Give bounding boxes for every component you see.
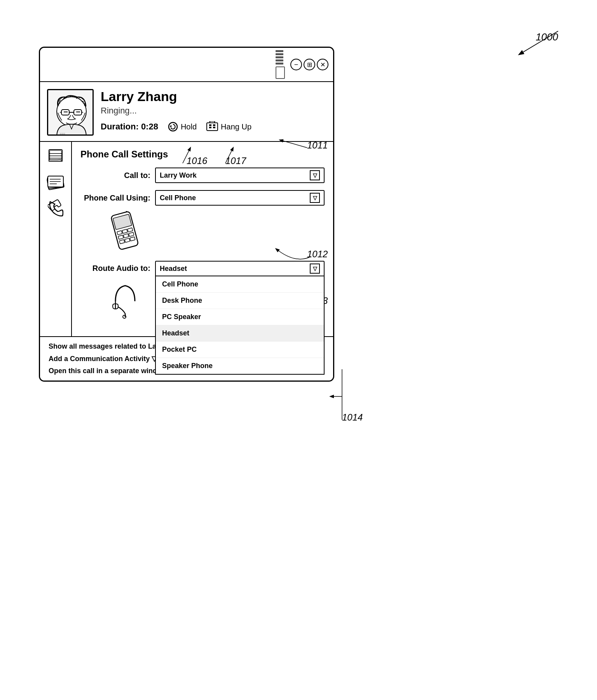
svg-line-0 bbox=[519, 31, 558, 54]
left-icon-bar bbox=[40, 142, 72, 336]
svg-marker-11 bbox=[170, 125, 171, 128]
svg-rect-16 bbox=[209, 124, 211, 126]
header-section: ≡≡≡ Larry Zhang Ringing... Duration: 0:2… bbox=[40, 82, 333, 142]
route-audio-container: Headset ▽ Cell Phone Desk Phone PC Speak… bbox=[155, 261, 325, 276]
svg-rect-12 bbox=[207, 123, 218, 131]
main-window: − ⊞ ✕ bbox=[39, 47, 334, 382]
svg-text:≡≡≡: ≡≡≡ bbox=[60, 132, 65, 136]
phone-using-row: Phone Call Using: Cell Phone ▽ bbox=[80, 190, 325, 206]
svg-point-10 bbox=[169, 122, 177, 131]
dropdown-option-headset[interactable]: Headset bbox=[156, 325, 324, 342]
scrollbar-area bbox=[276, 50, 285, 79]
title-bar: − ⊞ ✕ bbox=[40, 48, 333, 82]
restore-button[interactable]: ⊞ bbox=[304, 59, 315, 70]
phone-using-select[interactable]: Cell Phone ▽ bbox=[155, 190, 325, 206]
phone-using-dropdown-arrow[interactable]: ▽ bbox=[310, 193, 320, 203]
hold-icon bbox=[168, 121, 178, 132]
route-audio-dropdown-arrow[interactable]: ▽ bbox=[310, 264, 320, 274]
cell-phone-graphic bbox=[108, 211, 325, 255]
dropdown-option-desk-phone[interactable]: Desk Phone bbox=[156, 293, 324, 309]
hold-button[interactable]: Hold bbox=[168, 121, 197, 132]
dropdown-option-speaker-phone[interactable]: Speaker Phone bbox=[156, 358, 324, 374]
route-audio-dropdown: Cell Phone Desk Phone PC Speaker Headset… bbox=[155, 276, 325, 375]
svg-rect-17 bbox=[213, 124, 215, 126]
close-button[interactable]: ✕ bbox=[317, 59, 328, 70]
contact-info: Larry Zhang Ringing... Duration: 0:28 Ho… bbox=[101, 89, 326, 132]
dropdown-option-pc-speaker[interactable]: PC Speaker bbox=[156, 309, 324, 325]
phone-icon[interactable] bbox=[45, 199, 66, 219]
notebook-icon[interactable] bbox=[45, 147, 66, 168]
call-to-value: Larry Work bbox=[160, 171, 197, 180]
route-audio-row: Route Audio to: Headset ▽ Cell Phone Des… bbox=[80, 261, 325, 276]
dropdown-option-pocket-pc[interactable]: Pocket PC bbox=[156, 342, 324, 358]
contact-status: Ringing... bbox=[101, 106, 326, 116]
call-to-select[interactable]: Larry Work ▽ bbox=[155, 168, 325, 183]
annot-1017: 1017 bbox=[225, 155, 246, 166]
hang-up-button[interactable]: Hang Up bbox=[206, 121, 251, 132]
call-to-dropdown-arrow[interactable]: ▽ bbox=[310, 170, 320, 180]
avatar: ≡≡≡ bbox=[47, 89, 94, 136]
patent-arrow bbox=[496, 23, 574, 70]
route-audio-select[interactable]: Headset ▽ bbox=[155, 261, 325, 276]
settings-panel: Phone Call Settings Call to: Larry Work … bbox=[72, 142, 333, 336]
route-audio-value: Headset bbox=[160, 265, 187, 273]
annot-1012: 1012 bbox=[307, 249, 328, 260]
phone-using-label: Phone Call Using: bbox=[80, 194, 150, 202]
avatar-image: ≡≡≡ bbox=[48, 90, 94, 136]
svg-point-44 bbox=[123, 315, 126, 318]
route-audio-label: Route Audio to: bbox=[80, 261, 150, 273]
contact-name: Larry Zhang bbox=[101, 89, 326, 104]
card-icon[interactable] bbox=[45, 173, 66, 193]
call-to-label: Call to: bbox=[80, 171, 150, 180]
phone-using-value: Cell Phone bbox=[160, 194, 196, 202]
svg-rect-21 bbox=[50, 150, 61, 161]
duration-display: Duration: 0:28 bbox=[101, 122, 158, 132]
annot-1011: 1011 bbox=[307, 140, 328, 151]
call-to-row: Call to: Larry Work ▽ bbox=[80, 168, 325, 183]
annot-1016: 1016 bbox=[187, 155, 207, 166]
minimize-button[interactable]: − bbox=[290, 59, 302, 70]
hangup-icon bbox=[206, 121, 218, 132]
body-section: Phone Call Settings Call to: Larry Work … bbox=[40, 142, 333, 336]
call-controls: Duration: 0:28 Hold bbox=[101, 121, 326, 132]
annot-1014: 1014 bbox=[342, 412, 363, 423]
svg-rect-18 bbox=[209, 127, 211, 128]
svg-rect-19 bbox=[213, 127, 215, 128]
dropdown-option-cell-phone[interactable]: Cell Phone bbox=[156, 276, 324, 293]
